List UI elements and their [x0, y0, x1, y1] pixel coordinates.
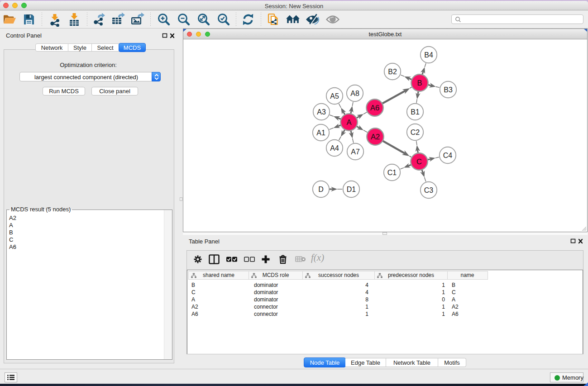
svg-text:C3: C3	[424, 186, 434, 194]
svg-text:A1: A1	[316, 129, 325, 137]
svg-text:C1: C1	[387, 169, 397, 176]
svg-text:B2: B2	[388, 68, 397, 76]
svg-text:B4: B4	[424, 51, 433, 59]
svg-text:A6: A6	[370, 104, 379, 112]
svg-text:A2: A2	[371, 133, 380, 141]
svg-text:D1: D1	[347, 186, 356, 193]
svg-text:C2: C2	[411, 129, 420, 136]
svg-text:B: B	[417, 79, 422, 87]
svg-text:B3: B3	[444, 86, 453, 94]
svg-text:D: D	[318, 186, 324, 193]
svg-text:C4: C4	[443, 152, 453, 159]
svg-text:A7: A7	[351, 148, 360, 156]
svg-text:A4: A4	[330, 144, 339, 152]
svg-text:A8: A8	[350, 90, 359, 97]
svg-text:B1: B1	[411, 108, 420, 116]
svg-text:A: A	[346, 118, 351, 126]
svg-text:C: C	[416, 157, 422, 166]
svg-text:A5: A5	[330, 92, 339, 100]
svg-text:A3: A3	[317, 108, 326, 116]
